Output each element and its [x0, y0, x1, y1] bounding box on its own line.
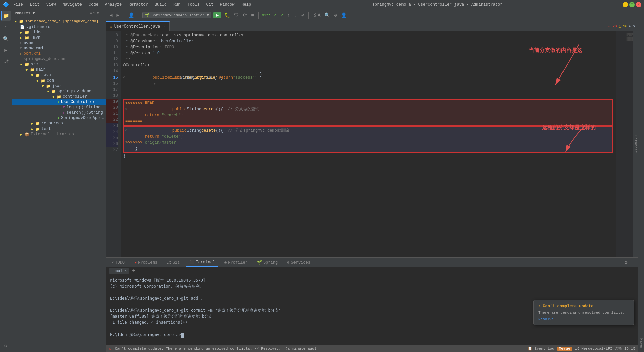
run-button[interactable]: ▶ — [213, 12, 221, 18]
bottom-tab-services[interactable]: ⚙ Services — [284, 259, 313, 266]
term-line-9 — [110, 325, 634, 332]
tree-external-libs[interactable]: ▶ 📦 External Libraries — [12, 132, 106, 137]
tree-login-method[interactable]: m login():String — [12, 105, 106, 110]
activity-git[interactable]: ⎇ — [1, 56, 11, 66]
bottom-tab-spring[interactable]: 🌱 Spring — [254, 259, 280, 266]
tab-close[interactable]: × — [163, 24, 165, 28]
activity-run[interactable]: ▶ — [1, 45, 11, 55]
tree-iml[interactable]: . springmcv_demo.iml — [12, 56, 106, 62]
bottom-tab-profiler[interactable]: ◉ Profiler — [222, 259, 250, 266]
terminal-add-tab[interactable]: + — [132, 268, 136, 274]
tree-com[interactable]: ▼ 📁 com — [12, 78, 106, 83]
problems-icon: ● — [134, 260, 137, 265]
debug-button[interactable]: 🐛 — [223, 12, 231, 19]
menu-navigate[interactable]: Navigate — [61, 2, 83, 8]
tree-mvnw[interactable]: m mvnw — [12, 40, 106, 46]
coverage-button[interactable]: 🛡 — [233, 12, 240, 19]
toolbar-sep1 — [124, 12, 124, 19]
status-merge-label[interactable]: Merge — [557, 347, 572, 351]
menu-view[interactable]: View — [45, 2, 57, 8]
git-translate[interactable]: 文A — [312, 12, 321, 19]
tree-search-method[interactable]: m search():String — [12, 110, 106, 115]
database-panel[interactable]: Database — [633, 31, 638, 257]
tree-mvnwcmd[interactable]: m mvnw.cmd — [12, 46, 106, 51]
tree-springmcv-demo[interactable]: ▼ 📁 springmcv_demo — [12, 89, 106, 94]
tree-main[interactable]: ▼ 📁 main — [12, 67, 106, 72]
expand-errors[interactable]: ∧ ∨ — [629, 24, 635, 28]
status-message[interactable]: Can't complete update: There are pending… — [115, 347, 317, 351]
activity-project[interactable]: 📁 — [1, 11, 11, 21]
toolbar-user2[interactable]: 👤 — [340, 12, 348, 19]
toolbar-stop[interactable]: ■ — [250, 12, 255, 19]
term-line-3 — [110, 289, 634, 295]
tree-test[interactable]: ▶ 📁 test — [12, 126, 106, 132]
close-button[interactable]: × — [636, 2, 641, 7]
toolbar-search[interactable]: 🔍 — [323, 12, 331, 19]
sidebar-close[interactable]: — — [101, 11, 103, 16]
menu-edit[interactable]: Edit — [29, 2, 41, 8]
sidebar-header-icons: ≡ ⇅ ⚙ — — [89, 11, 103, 16]
tree-src[interactable]: ▼ 📁 src — [12, 62, 106, 67]
sidebar-collapse-all[interactable]: ≡ — [89, 11, 92, 16]
sidebar-sort[interactable]: ⇅ — [93, 11, 95, 16]
run-config-select[interactable]: 🌱 SpringmcvDemoApplication ▼ — [142, 12, 211, 18]
editor-area: ☕ UserController.java × ⚠ 20 △ 10 ∧ ∨ 8 … — [106, 21, 638, 345]
tree-controller[interactable]: ▼ 📁 controller — [12, 94, 106, 99]
resolve-link[interactable]: Resolve... — [538, 317, 629, 321]
bottom-tab-terminal[interactable]: ⬛ Terminal — [186, 258, 218, 267]
minimize-button[interactable]: − — [623, 2, 628, 7]
terminal-tab-local[interactable]: Local × — [109, 268, 129, 274]
activity-commit[interactable]: ↑ — [1, 22, 11, 32]
toolbar-forward[interactable]: ▶ — [115, 12, 120, 19]
tree-idea[interactable]: ▶ 📁 .idea — [12, 30, 106, 35]
tree-user-controller[interactable]: ● UserController — [12, 99, 106, 105]
maximize-button[interactable]: □ — [629, 2, 635, 7]
menu-git[interactable]: Git — [205, 2, 215, 8]
toolbar-reload[interactable]: ⟳ — [242, 12, 248, 19]
menu-help[interactable]: Help — [240, 2, 252, 8]
status-branch[interactable]: ⎇ MergeLocal/LFI 选择 15:15 — [575, 346, 635, 351]
menu-tools[interactable]: Tools — [186, 2, 201, 8]
tree-src-label: src — [31, 62, 106, 67]
menu-code[interactable]: Code — [87, 2, 100, 8]
method-icon: m — [63, 111, 65, 115]
code-line-17 — [123, 87, 613, 93]
tree-root[interactable]: ▼ 📁 springmvc_demo_a [springmvc_demo] E:… — [12, 19, 106, 24]
git-check2[interactable]: ✓ — [279, 12, 284, 19]
bottom-tab-git[interactable]: ⎇ Git — [164, 259, 183, 266]
menu-bar[interactable]: File Edit View Navigate Code Analyze Ref… — [12, 2, 252, 8]
bottom-tab-todo[interactable]: ✓ TODO — [109, 259, 127, 266]
tree-resources[interactable]: ▶ 📁 resources — [12, 121, 106, 126]
tree-mvn[interactable]: ▶ 📁 .mvn — [12, 35, 106, 40]
code-content[interactable]: * @PackageName:com.jsxs.springmvc_demo.c… — [121, 31, 616, 257]
tree-springmcv-app[interactable]: ● SpringmcvDemoApplication — [12, 115, 106, 121]
git-push[interactable]: ↑ — [286, 12, 291, 19]
git-pull[interactable]: ↓ — [293, 12, 298, 19]
sidebar-settings[interactable]: ⚙ — [97, 11, 99, 16]
menu-refactor[interactable]: Refactor — [127, 2, 149, 8]
activity-settings[interactable]: ⚙ — [1, 341, 11, 351]
tree-gitignore[interactable]: 📄 .gitignore — [12, 24, 106, 30]
activity-search[interactable]: 🔍 — [1, 34, 11, 44]
bottom-tab-problems[interactable]: ● Problems — [131, 259, 160, 266]
toolbar-settings2[interactable]: ⚙ — [333, 12, 338, 19]
menu-window[interactable]: Window — [219, 2, 236, 8]
git-history[interactable]: ⊙ — [300, 12, 305, 19]
bottom-settings[interactable]: ⚙ — [624, 259, 628, 266]
menu-build[interactable]: Build — [153, 2, 168, 8]
git-check1[interactable]: ✓ — [273, 12, 277, 19]
tree-jsxs[interactable]: ▼ 📁 jsxs — [12, 83, 106, 89]
tree-java[interactable]: ▼ 📁 java — [12, 72, 106, 78]
bottom-minimize[interactable]: — — [631, 259, 635, 266]
toolbar-back[interactable]: ◀ — [109, 12, 113, 19]
term-line-10: E:\Ideal源码\springmvc_demo_a> — [110, 332, 634, 338]
tree-pom[interactable]: m pom.xml — [12, 51, 106, 56]
maven-panel[interactable]: Maven — [639, 336, 644, 352]
conflict-block-origin: ⚙ public String delete(){ // 分支springmvc… — [123, 126, 613, 153]
menu-analyze[interactable]: Analyze — [104, 2, 123, 8]
status-event-log[interactable]: 📋 Event Log — [528, 346, 554, 351]
menu-run[interactable]: Run — [172, 2, 182, 8]
menu-file[interactable]: File — [12, 2, 24, 8]
tab-user-controller[interactable]: ☕ UserController.java × — [106, 21, 170, 31]
profile-icon[interactable]: 👤 — [127, 12, 135, 19]
